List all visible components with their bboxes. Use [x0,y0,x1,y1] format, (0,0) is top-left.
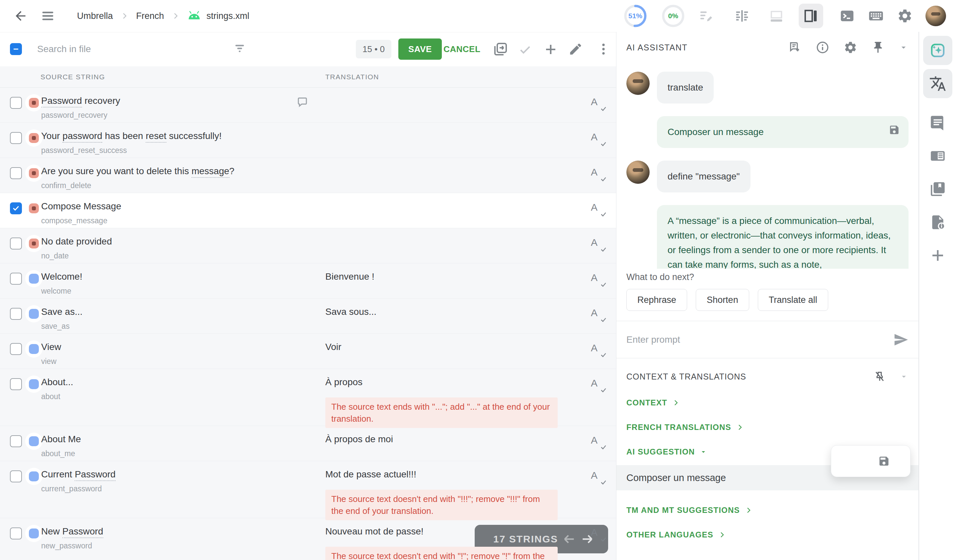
row-checkbox[interactable] [10,202,22,214]
glossary-term[interactable]: Password [62,526,103,538]
prompt-input[interactable] [626,334,893,345]
menu-icon[interactable] [41,9,55,23]
save-suggestion-icon[interactable] [878,455,890,467]
table-row[interactable]: Welcome! welcome Bienvenue ! A [0,264,616,299]
approve-icon[interactable] [519,43,532,58]
filter-icon[interactable] [232,41,247,57]
cancel-button[interactable]: CANCEL [443,39,480,60]
glossary-term[interactable]: reset [146,131,166,143]
table-row[interactable]: Compose Message compose_message A [0,193,616,228]
ai-action-button[interactable]: Rephrase [626,289,687,311]
row-checkbox[interactable] [10,435,22,447]
save-message-icon[interactable] [888,124,900,140]
ai-action-button[interactable]: Translate all [758,289,828,311]
string-key: password_reset_success [41,146,127,155]
table-row[interactable]: View view Voir A [0,334,616,369]
proofread-icon[interactable]: A [591,307,606,322]
glossary-term[interactable]: message [192,166,230,178]
proofread-icon[interactable]: A [591,272,606,287]
row-checkbox[interactable] [10,308,22,320]
context-section-toggle[interactable]: OTHER LANGUAGES [626,530,909,540]
proofread-icon[interactable]: A [591,378,606,393]
side-panel-icon[interactable] [799,4,823,28]
new-chat-icon[interactable] [788,41,802,55]
table-row[interactable]: Are you sure you want to delete this mes… [0,158,616,193]
split-view-icon[interactable] [730,4,754,28]
table-row[interactable]: Current Password current_password Mot de… [0,461,616,518]
string-key: view [41,357,57,366]
table-row[interactable]: Your password has been reset successfull… [0,123,616,158]
breadcrumb-language[interactable]: French [136,11,164,21]
breadcrumb-file[interactable]: strings.xml [206,11,249,21]
table-row[interactable]: About Me about_me À propos de moi A [0,426,616,461]
row-checkbox[interactable] [10,132,22,144]
proofread-icon[interactable]: A [591,166,606,182]
select-all-checkbox[interactable] [10,43,22,55]
context-section-toggle[interactable]: CONTEXT [626,398,909,407]
row-checkbox[interactable] [10,527,22,540]
proofread-icon[interactable]: A [591,131,606,147]
search-input[interactable] [37,39,223,59]
context-section-toggle[interactable]: FRENCH TRANSLATIONS [626,423,909,432]
chevron-down-icon[interactable] [899,42,909,52]
table-row[interactable]: Password recovery password_recovery A [0,88,616,123]
edit-icon[interactable] [568,42,583,58]
translate-icon[interactable] [923,69,952,98]
chevron-down-icon[interactable] [899,372,909,381]
file-info-icon[interactable] [923,208,952,237]
translation-progress-ring[interactable]: 51% [623,3,648,28]
table-row[interactable]: Save as... save_as Sava sous... A [0,299,616,334]
duplicate-icon[interactable] [492,41,508,58]
avatar[interactable] [926,6,946,26]
add-panel-icon[interactable] [923,241,952,270]
ai-action-button[interactable]: Shorten [696,289,749,311]
back-icon[interactable] [13,9,28,23]
table-row[interactable]: No date provided no_date A [0,228,616,264]
glossary-term[interactable]: Password [75,469,115,481]
settings-icon[interactable] [897,8,913,24]
table-row[interactable]: About... about À propos The source text … [0,369,616,426]
proofread-icon[interactable]: A [591,470,606,485]
proofread-icon[interactable]: A [591,342,606,358]
console-icon[interactable] [839,8,855,24]
row-checkbox[interactable] [10,97,22,109]
add-icon[interactable] [544,42,558,58]
context-card-icon[interactable] [923,141,952,171]
gear-icon[interactable] [843,41,857,55]
comment-icon[interactable] [296,96,310,110]
unpin-icon[interactable] [873,370,886,383]
proofread-icon[interactable]: A [591,435,606,450]
proofread-icon[interactable]: A [591,237,606,252]
pin-icon[interactable] [871,41,885,54]
string-key: about_me [41,449,75,458]
save-button[interactable]: SAVE [398,39,442,60]
bottom-panel-icon[interactable] [764,4,789,28]
row-checkbox[interactable] [10,237,22,249]
row-checkbox[interactable] [10,378,22,390]
comments-icon[interactable] [923,108,952,137]
ai-assistant-icon[interactable] [923,36,952,65]
ai-sparkle-icon[interactable] [851,453,868,469]
send-icon[interactable] [893,332,909,347]
proofread-icon[interactable]: A [591,202,606,217]
prev-arrow-icon[interactable] [560,530,578,548]
glossary-term[interactable]: password [62,131,102,143]
context-section-toggle[interactable]: TM AND MT SUGGESTIONS [626,506,909,515]
keyboard-icon[interactable] [868,8,884,24]
status-badge [29,168,39,178]
row-checkbox[interactable] [10,167,22,179]
source-string: Your password has been reset successfull… [41,131,222,141]
row-checkbox[interactable] [10,273,22,285]
proofread-icon[interactable]: A [591,527,606,542]
more-icon[interactable] [596,42,611,58]
approval-progress-ring[interactable]: 0% [660,3,686,28]
row-checkbox[interactable] [10,343,22,355]
row-checkbox[interactable] [10,471,22,482]
glossary-term[interactable]: Password [41,96,82,108]
context-section-label: CONTEXT [626,398,667,407]
info-icon[interactable] [816,41,830,55]
notes-edit-icon[interactable] [698,8,714,24]
breadcrumb-project[interactable]: Umbrella [77,11,113,21]
proofread-icon[interactable]: A [591,96,606,111]
glossary-icon[interactable] [923,174,952,204]
